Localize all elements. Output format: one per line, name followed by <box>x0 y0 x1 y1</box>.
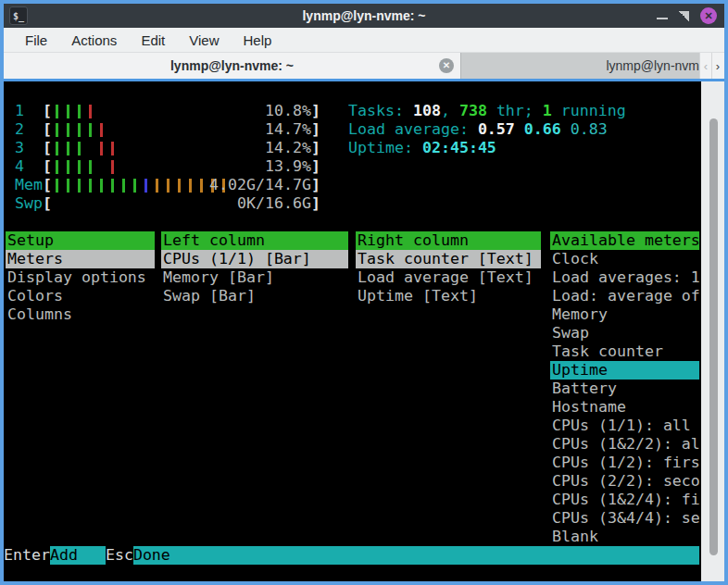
meter-row-swp: Swp[0K/16.6G] <box>4 194 701 213</box>
meter-row-4: 4[13.9%] <box>4 157 701 176</box>
fkey-enter[interactable]: Enter <box>4 546 50 565</box>
tab-scroll-arrows: ‹ › <box>699 53 723 79</box>
list-item[interactable]: Load averages: 1 <box>550 268 699 287</box>
scrollbar-thumb[interactable] <box>709 118 718 555</box>
list-item[interactable]: Load: average of <box>550 287 699 305</box>
list-item[interactable]: Colors <box>6 287 155 305</box>
list-item[interactable]: CPUs (1/1) [Bar] <box>161 250 348 268</box>
list-item[interactable]: Battery <box>550 380 699 398</box>
uptime: Uptime: 02:45:45 <box>4 139 701 157</box>
meter-row-mem: Mem[4.02G/14.7G] <box>4 176 701 194</box>
list-item[interactable]: CPUs (1/2): firs <box>550 454 699 472</box>
list-item[interactable]: CPUs (1&2/4): fi <box>550 491 699 509</box>
list-item[interactable]: Columns <box>6 305 155 324</box>
list-item[interactable]: CPUs (1/1): all <box>550 417 699 435</box>
tab-inactive-title: lynmp@lyn-nvm <box>606 58 699 73</box>
tasks-summary-text: Tasks: 108, 738 thr; 1 running <box>348 102 626 120</box>
menu-item-view[interactable]: View <box>179 30 229 51</box>
titlebar[interactable]: $_ lynmp@lyn-nvme: ~ ✕ <box>4 4 724 28</box>
menu-item-edit[interactable]: Edit <box>131 30 175 51</box>
maximize-icon[interactable] <box>679 11 689 21</box>
right-column-panel-header: Right column <box>356 231 541 250</box>
close-icon[interactable]: ✕ <box>700 7 717 24</box>
tab-inactive[interactable]: lynmp@lyn-nvm <box>460 53 699 79</box>
tab-close-icon[interactable]: ✕ <box>439 58 454 73</box>
meter-value: 13.9%] <box>4 157 320 176</box>
list-item[interactable]: Clock <box>550 250 699 268</box>
list-item[interactable]: Load average [Text] <box>356 268 541 287</box>
faction-done[interactable]: Done <box>133 546 699 565</box>
list-item[interactable]: Meters <box>6 250 155 268</box>
list-item[interactable]: Display options <box>6 268 155 287</box>
list-item[interactable]: CPUs (2/2): seco <box>550 472 699 491</box>
available-meters-panel-header: Available meters <box>550 231 699 250</box>
faction-add[interactable]: Add <box>50 546 106 565</box>
list-item[interactable]: Task counter <box>550 342 699 361</box>
load-average-text: Load average: 0.57 0.66 0.83 <box>348 120 608 139</box>
fkey-esc[interactable]: Esc <box>106 546 133 565</box>
list-item[interactable]: CPUs (3&4/4): se <box>550 509 699 528</box>
list-item[interactable]: Task counter [Text] <box>356 250 541 268</box>
menu-item-actions[interactable]: Actions <box>61 30 127 51</box>
tabbar: lynmp@lyn-nvme: ~ ✕ lynmp@lyn-nvm ‹ › <box>4 53 724 81</box>
tab-active-title: lynmp@lyn-nvme: ~ <box>170 58 294 73</box>
list-item[interactable]: Hostname <box>550 398 699 417</box>
meter-value: 4.02G/14.7G] <box>4 176 320 194</box>
list-item[interactable]: Blank <box>550 528 699 546</box>
menubar: FileActionsEditViewHelp <box>4 28 724 53</box>
list-item[interactable]: CPUs (1&2/2): al <box>550 435 699 454</box>
list-item[interactable]: Memory <box>550 305 699 324</box>
list-item[interactable]: Swap <box>550 324 699 342</box>
tab-active[interactable]: lynmp@lyn-nvme: ~ ✕ <box>4 53 460 79</box>
list-item[interactable]: Uptime [Text] <box>356 287 541 305</box>
list-item[interactable]: Swap [Bar] <box>161 287 348 305</box>
list-item[interactable]: Uptime <box>550 361 699 380</box>
terminal-window: $_ lynmp@lyn-nvme: ~ ✕ FileActionsEditVi… <box>0 0 728 585</box>
list-item[interactable]: Memory [Bar] <box>161 268 348 287</box>
tab-scroll-left-icon[interactable]: ‹ <box>699 53 711 79</box>
terminal-app-icon: $_ <box>9 6 28 25</box>
left-column-panel-header: Left column <box>161 231 348 250</box>
menu-item-help[interactable]: Help <box>232 30 282 51</box>
function-bar: EnterAdd EscDone <box>4 546 699 565</box>
uptime-text: Uptime: 02:45:45 <box>348 139 496 157</box>
window-title: lynmp@lyn-nvme: ~ <box>4 8 724 23</box>
setup-panel-header: Setup <box>6 231 155 250</box>
tab-scroll-right-icon[interactable]: › <box>711 53 723 79</box>
meter-value: 0K/16.6G] <box>4 194 320 213</box>
load-average: Load average: 0.57 0.66 0.83 <box>4 120 701 139</box>
minimize-icon[interactable] <box>657 18 668 19</box>
tasks-summary: Tasks: 108, 738 thr; 1 running <box>4 102 701 120</box>
scrollbar[interactable] <box>701 81 724 581</box>
menu-item-file[interactable]: File <box>15 30 57 51</box>
terminal-screen[interactable]: 1[10.8%]2[14.7%]3[14.2%]4[13.9%]Mem[4.02… <box>4 81 701 581</box>
